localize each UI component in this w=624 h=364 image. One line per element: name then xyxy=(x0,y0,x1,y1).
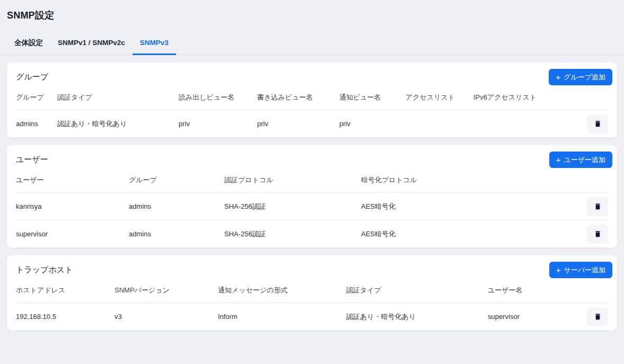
column-header: 暗号化プロトコル xyxy=(361,167,582,193)
trap-hosts-header-row: ホストアドレス SNMPバージョン 通知メッセージの形式 認証タイプ ユーザー名 xyxy=(16,277,608,303)
trash-icon xyxy=(594,202,602,210)
tab-snmpv1-v2c[interactable]: SNMPv1 / SNMPv2c xyxy=(50,33,133,55)
column-header: 書き込みビュー名 xyxy=(257,84,339,110)
add-group-button-label: グループ追加 xyxy=(564,73,605,82)
column-header: 通知ビュー名 xyxy=(339,84,406,110)
write-view-cell: priv xyxy=(257,110,339,138)
tabbar: 全体設定 SNMPv1 / SNMPv2c SNMPv3 xyxy=(0,33,624,55)
users-card: ユーザー + ユーザー追加 ユーザー グループ 認証プロトコル 暗号化プロトコル xyxy=(7,145,617,248)
ipv6-access-list-cell xyxy=(473,110,582,138)
tab-snmpv3[interactable]: SNMPv3 xyxy=(133,33,176,55)
privacy-protocol-cell: AES暗号化 xyxy=(361,220,582,248)
snmp-version-cell: v3 xyxy=(115,303,218,331)
add-user-button[interactable]: + ユーザー追加 xyxy=(549,152,612,168)
user-group-cell: admins xyxy=(129,193,224,220)
column-header: 通知メッセージの形式 xyxy=(218,277,346,303)
host-address-cell: 192.168.10.5 xyxy=(16,303,115,331)
notify-view-cell: priv xyxy=(339,110,406,138)
trap-hosts-card-title: トラップホスト xyxy=(16,264,608,275)
group-row: admins 認証あり・暗号化あり priv priv priv xyxy=(16,110,608,138)
delete-user-button[interactable] xyxy=(587,225,608,244)
column-header: IPv6アクセスリスト xyxy=(473,84,582,110)
page-title: SNMP設定 xyxy=(0,0,624,22)
trash-icon xyxy=(594,120,602,128)
trash-icon xyxy=(594,313,602,321)
content-area: グループ + グループ追加 グループ 認証タイプ 読み出しビュー名 書き込みビュ… xyxy=(0,55,624,331)
add-server-button-label: サーバー追加 xyxy=(564,265,605,275)
auth-type-cell: 認証あり・暗号化あり xyxy=(57,110,179,138)
column-header: ユーザー xyxy=(16,167,129,193)
column-header: ホストアドレス xyxy=(16,277,115,303)
column-header: 認証タイプ xyxy=(57,84,179,110)
add-server-button[interactable]: + サーバー追加 xyxy=(549,262,612,278)
auth-type-cell: 認証あり・暗号化あり xyxy=(346,303,488,331)
groups-card: グループ + グループ追加 グループ 認証タイプ 読み出しビュー名 書き込みビュ… xyxy=(7,63,617,138)
add-group-button[interactable]: + グループ追加 xyxy=(549,69,612,85)
column-header: ユーザー名 xyxy=(488,277,582,303)
users-table: ユーザー グループ 認証プロトコル 暗号化プロトコル kanrisya admi… xyxy=(16,167,608,248)
column-header: アクセスリスト xyxy=(406,84,473,110)
plus-icon: + xyxy=(556,73,560,81)
trap-host-row: 192.168.10.5 v3 Inform 認証あり・暗号化あり superv… xyxy=(16,303,608,331)
access-list-cell xyxy=(406,110,473,138)
groups-table: グループ 認証タイプ 読み出しビュー名 書き込みビュー名 通知ビュー名 アクセス… xyxy=(16,84,608,138)
user-name-cell: supervisor xyxy=(488,303,582,331)
plus-icon: + xyxy=(556,156,561,164)
trap-hosts-table: ホストアドレス SNMPバージョン 通知メッセージの形式 認証タイプ ユーザー名… xyxy=(16,277,608,331)
delete-user-button[interactable] xyxy=(587,197,608,216)
user-group-cell: admins xyxy=(129,220,224,248)
trash-icon xyxy=(594,230,602,238)
groups-card-title: グループ xyxy=(16,71,608,82)
auth-protocol-cell: SHA-256認証 xyxy=(224,193,361,220)
privacy-protocol-cell: AES暗号化 xyxy=(361,193,582,220)
users-card-title: ユーザー xyxy=(16,154,608,165)
trap-hosts-card: トラップホスト + サーバー追加 ホストアドレス SNMPバージョン 通知メッセ… xyxy=(7,255,617,331)
groups-header-row: グループ 認証タイプ 読み出しビュー名 書き込みビュー名 通知ビュー名 アクセス… xyxy=(16,84,608,110)
notify-message-format-cell: Inform xyxy=(218,303,346,331)
user-row: supervisor admins SHA-256認証 AES暗号化 xyxy=(16,220,608,248)
column-header: 認証タイプ xyxy=(346,277,488,303)
column-header: 読み出しビュー名 xyxy=(179,84,257,110)
user-name-cell: supervisor xyxy=(16,220,129,248)
user-row: kanrisya admins SHA-256認証 AES暗号化 xyxy=(16,193,608,220)
delete-group-button[interactable] xyxy=(587,114,608,134)
column-header: グループ xyxy=(16,84,57,110)
column-header: SNMPバージョン xyxy=(115,277,218,303)
plus-icon: + xyxy=(556,266,561,274)
column-header: グループ xyxy=(129,167,224,193)
delete-server-button[interactable] xyxy=(587,307,608,326)
users-header-row: ユーザー グループ 認証プロトコル 暗号化プロトコル xyxy=(16,167,608,193)
column-header: 認証プロトコル xyxy=(224,167,361,193)
user-name-cell: kanrisya xyxy=(16,193,129,220)
read-view-cell: priv xyxy=(179,110,257,138)
auth-protocol-cell: SHA-256認証 xyxy=(224,220,361,248)
tab-overall-settings[interactable]: 全体設定 xyxy=(7,33,50,55)
group-name-cell: admins xyxy=(16,110,57,138)
add-user-button-label: ユーザー追加 xyxy=(564,155,605,165)
